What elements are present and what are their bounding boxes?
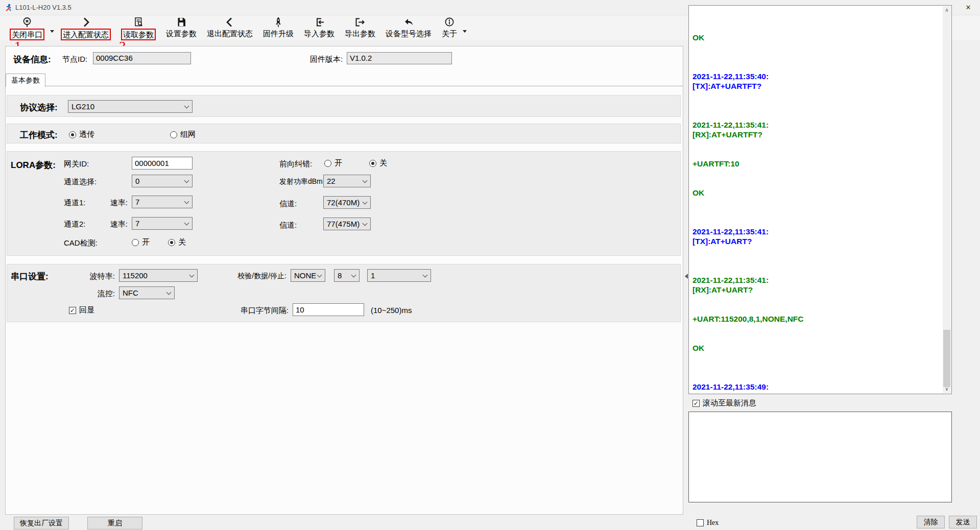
- send-button[interactable]: 发送: [949, 516, 977, 528]
- combo-value: 72(470M): [327, 198, 360, 207]
- protocol-select[interactable]: LG210: [68, 100, 193, 113]
- combo-value: 77(475M): [327, 220, 360, 228]
- radio-icon: [132, 239, 139, 246]
- checkbox-label: Hex: [707, 519, 719, 527]
- channel1-rate-combo[interactable]: 7: [132, 196, 193, 208]
- echo-checkbox[interactable]: ✓回显: [69, 305, 94, 315]
- chevron-down-icon: [423, 273, 428, 278]
- close-button[interactable]: ✕: [957, 0, 980, 15]
- radio-fec-on[interactable]: 开: [324, 158, 342, 168]
- toolbar-button-enter-config[interactable]: 进入配置状态: [56, 16, 115, 40]
- stop-bits-combo[interactable]: 1: [367, 269, 431, 282]
- log-entry: OK: [692, 343, 940, 353]
- exit-config-icon: [224, 16, 235, 29]
- log-entry: 2021-11-22,11:35:41: [RX]:AT+UARTFT?: [692, 120, 940, 139]
- channel1-label: 通道1:: [64, 198, 86, 208]
- scroll-down-icon[interactable]: ∨: [943, 385, 951, 393]
- gateway-id-label: 网关ID:: [64, 159, 89, 169]
- window-title: L101-L-H20 V1.3.5: [15, 4, 71, 11]
- rf-channel2-combo[interactable]: 77(475M): [323, 218, 371, 230]
- byte-interval-field[interactable]: 10: [293, 303, 364, 316]
- serial-group: 串口设置: 波特率: 115200 校验/数据/停止: NONE 8 1 流控:…: [7, 264, 681, 322]
- hex-checkbox[interactable]: Hex: [697, 519, 719, 527]
- radio-icon: [170, 131, 177, 138]
- chevron-down-icon: [351, 273, 356, 278]
- work-mode-group: 工作模式: 透传 组网: [7, 124, 681, 143]
- serial-dropdown-caret[interactable]: [50, 30, 54, 33]
- chevron-down-icon: [317, 273, 322, 278]
- toolbar-label: 进入配置状态: [61, 29, 111, 40]
- toolbar-label: 读取参数: [121, 29, 156, 40]
- log-entry: OK: [692, 33, 940, 42]
- radio-transparent-mode[interactable]: 透传: [69, 130, 94, 139]
- toolbar-button-export-params[interactable]: 导出参数: [340, 16, 380, 38]
- toolbar-button-set-params[interactable]: 设置参数: [161, 16, 201, 38]
- cad-label: CAD检测:: [64, 238, 98, 248]
- baud-combo[interactable]: 115200: [119, 269, 198, 282]
- toolbar-button-import-params[interactable]: 导入参数: [299, 16, 339, 38]
- radio-fec-off[interactable]: 关: [369, 158, 387, 168]
- radio-icon: [168, 239, 175, 246]
- checkbox-icon: ✓: [692, 400, 700, 407]
- radio-network-mode[interactable]: 组网: [170, 130, 196, 139]
- factory-reset-button[interactable]: 恢复出厂设置: [14, 517, 69, 529]
- combo-value: 7: [135, 198, 139, 206]
- log-panel[interactable]: OK 2021-11-22,11:35:40: [TX]:AT+UARTFT? …: [688, 5, 952, 394]
- log-entry: OK: [692, 188, 940, 198]
- splitter-collapse-icon[interactable]: [685, 274, 688, 279]
- radio-label: 透传: [79, 130, 94, 139]
- serial-settings-label: 串口设置:: [11, 271, 49, 282]
- scroll-up-icon[interactable]: ∧: [943, 6, 951, 14]
- config-panel: 设备信息: 节点ID: 0009CC36 固件版本: V1.0.2 基本参数 协…: [5, 46, 683, 515]
- log-content: OK 2021-11-22,11:35:40: [TX]:AT+UARTFT? …: [692, 23, 940, 394]
- flow-control-combo[interactable]: NFC: [119, 286, 175, 299]
- channel-select-label: 通道选择:: [64, 177, 97, 187]
- toolbar-button-device-model[interactable]: 设备型号选择: [381, 16, 436, 38]
- node-id-label: 节点ID:: [62, 55, 87, 64]
- radio-label: 组网: [180, 130, 196, 139]
- tx-power-label: 发射功率dBm:: [279, 177, 325, 186]
- scrollbar-thumb[interactable]: [943, 330, 950, 387]
- rf-channel1-label: 信道:: [279, 199, 297, 209]
- toolbar-button-about[interactable]: 关于: [437, 16, 462, 38]
- radio-icon: [369, 160, 376, 167]
- chevron-down-icon: [184, 104, 189, 109]
- chevron-down-icon: [363, 221, 368, 226]
- node-id-field[interactable]: 0009CC36: [93, 52, 191, 64]
- radio-label: 关: [178, 237, 186, 247]
- data-bits-combo[interactable]: 8: [334, 269, 360, 282]
- parity-data-stop-label: 校验/数据/停止:: [215, 272, 286, 281]
- export-params-icon: [354, 16, 366, 29]
- about-icon: [444, 16, 455, 29]
- toolbar-button-read-params[interactable]: 读取参数: [116, 16, 160, 40]
- log-scrollbar[interactable]: ∧ ∨: [943, 6, 951, 393]
- reboot-button[interactable]: 重启: [87, 517, 142, 529]
- chevron-down-icon: [184, 221, 189, 226]
- radio-cad-off[interactable]: 关: [168, 237, 186, 247]
- toolbar-button-exit-config[interactable]: 退出配置状态: [202, 16, 257, 38]
- import-params-icon: [313, 16, 325, 29]
- log-entry: +UART:115200,8,1,NONE,NFC: [692, 314, 940, 324]
- scroll-latest-checkbox[interactable]: ✓ 滚动至最新消息: [692, 398, 756, 408]
- gateway-id-field[interactable]: 00000001: [132, 157, 193, 170]
- tab-basic-params[interactable]: 基本参数: [6, 74, 45, 87]
- toolbar-label: 导入参数: [304, 29, 334, 38]
- firmware-version-field[interactable]: V1.0.2: [347, 52, 452, 64]
- toolbar-label: 关于: [442, 29, 457, 38]
- lora-group: LORA参数: 网关ID: 00000001 前向纠错: 开 关 通道选择: 0…: [7, 151, 681, 256]
- checkbox-icon: ✓: [69, 307, 76, 314]
- toolbar-button-close-serial[interactable]: 关闭串口: [5, 16, 49, 40]
- log-entry: +UARTFT:10: [692, 159, 940, 168]
- radio-cad-on[interactable]: 开: [132, 237, 150, 247]
- tx-power-combo[interactable]: 22: [323, 175, 371, 187]
- parity-combo[interactable]: NONE: [291, 269, 325, 282]
- about-dropdown-caret[interactable]: [463, 30, 467, 33]
- rf-channel1-combo[interactable]: 72(470M): [323, 196, 371, 209]
- send-input[interactable]: [689, 412, 951, 502]
- toolbar-button-firmware-upgrade[interactable]: 固件升级: [258, 16, 298, 38]
- clear-button[interactable]: 清除: [917, 516, 945, 528]
- channel-select-combo[interactable]: 0: [132, 175, 193, 187]
- chevron-down-icon: [166, 290, 172, 295]
- toolbar-label: 固件升级: [263, 29, 294, 38]
- channel2-rate-combo[interactable]: 7: [132, 217, 193, 230]
